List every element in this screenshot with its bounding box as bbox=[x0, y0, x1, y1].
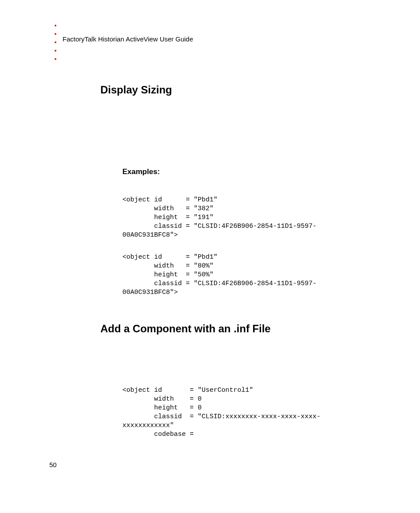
bullet-dot bbox=[55, 58, 56, 60]
code-block-3: <object id = "UserControl1" width = 0 he… bbox=[122, 386, 321, 439]
bullet-dot bbox=[55, 50, 56, 52]
bullet-dot bbox=[55, 25, 56, 26]
bullet-dot bbox=[55, 41, 56, 43]
code-block-1: <object id = "Pbd1" width = "382" height… bbox=[122, 196, 317, 240]
subheading-examples: Examples: bbox=[122, 167, 160, 176]
bullet-dot bbox=[55, 33, 56, 35]
code-block-2: <object id = "Pbd1" width = "80%" height… bbox=[122, 253, 317, 297]
page-number: 50 bbox=[49, 461, 57, 468]
running-header: FactoryTalk Historian ActiveView User Gu… bbox=[63, 35, 193, 43]
heading-add-component: Add a Component with an .inf File bbox=[100, 323, 271, 335]
heading-display-sizing: Display Sizing bbox=[100, 84, 172, 96]
header-bullets bbox=[55, 25, 56, 67]
document-page: FactoryTalk Historian ActiveView User Gu… bbox=[0, 0, 420, 513]
